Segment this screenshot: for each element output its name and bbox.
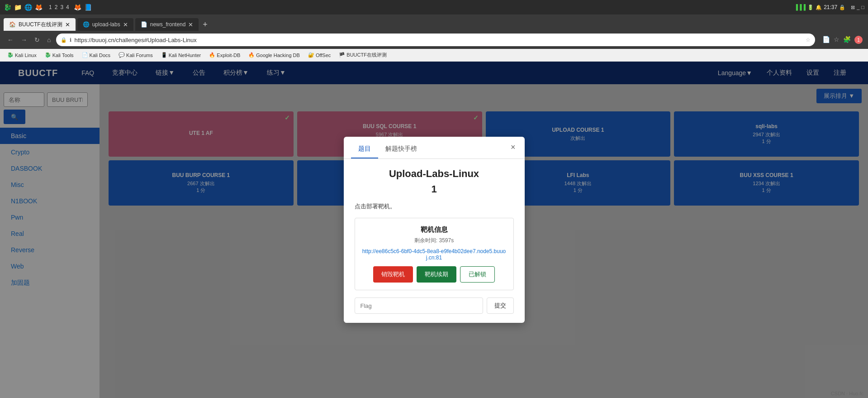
flag-submission-row: 提交 [355,297,514,314]
time-display: 21:37 [824,4,837,10]
window-controls: ▐▐▐ 🔋 🔔 21:37 🔒 ⊠ _ □ [794,4,864,10]
close-win-btn[interactable]: ⊠ [851,5,855,10]
app-icon-extra2[interactable]: 📘 [84,4,92,11]
browser-tabs-bar: 🏠 BUUCTF在线评测 ✕ 🌐 upload-labs ✕ 📄 news_fr… [0,14,868,31]
tab-label-3: news_frontend [150,21,186,28]
bookmark-label: OffSec [316,53,331,58]
target-info-title: 靶机信息 [362,225,506,234]
exploit-db-icon: 🔥 [209,52,215,58]
app-browser-icon[interactable]: 🌐 [24,4,32,11]
minimize-win-btn[interactable]: _ [857,5,859,10]
address-bar: ← → ↻ ⌂ 🔒 ℹ https://buuoj.cn/challenges#… [0,31,868,49]
tab-upload-labs[interactable]: 🌐 upload-labs ✕ [77,18,133,31]
tab-close-2[interactable]: ✕ [123,21,128,28]
unlocked-label: 已解锁 [469,271,486,278]
tab-num-3[interactable]: 3 [60,4,63,10]
destroy-target-button[interactable]: 销毁靶机 [373,266,413,283]
clock-icon: 🔔 [816,5,822,10]
modal-tab-leaderboard-label: 解题快手榜 [385,145,417,152]
app-icon-extra[interactable]: 🦊 [74,4,81,11]
modal-tab-leaderboard[interactable]: 解题快手榜 [378,141,424,158]
tab-num-1[interactable]: 1 [49,4,52,10]
browser-extras: 📄 ☆ 🧩 1 [822,36,863,44]
bookmark-label: Kali Tools [52,53,74,58]
reader-mode-icon[interactable]: 📄 [822,36,830,44]
bookmark-icon[interactable]: ☆ [834,36,840,44]
flag-submit-button[interactable]: 提交 [487,297,514,314]
tab-label-1: BUUCTF在线评测 [19,21,62,29]
modal-header: 题目 解题快手榜 × [344,137,525,159]
battery-icon: 🔋 [807,5,814,10]
unlocked-button[interactable]: 已解锁 [460,266,495,283]
maximize-win-btn[interactable]: □ [861,5,864,10]
bookmark-label: Kali Forums [126,53,153,58]
tab-buuctf[interactable]: 🏠 BUUCTF在线评测 ✕ [4,18,76,31]
bookmark-label: BUUCTF在线评测 [346,52,387,58]
bookmark-google-hacking[interactable]: 🔥 Google Hacking DB [245,51,304,59]
modal-description: 点击部署靶机。 [355,202,514,211]
footer-text: CSDN · Huo.fc [831,391,863,396]
bookmark-buuctf[interactable]: 🏴 BUUCTF在线评测 [335,51,390,59]
tab-close-3[interactable]: ✕ [188,21,193,28]
signal-icon: ▐▐▐ [794,4,806,10]
taskbar-icons: 🐉 📁 🌐 🦊 1 2 3 4 🦊 📘 [4,4,92,11]
target-url-anchor[interactable]: http://ee86c5c6-6bf0-4dc5-8ea8-e9fe4b02d… [362,248,506,261]
submit-label: 提交 [494,302,506,309]
tab-close-1[interactable]: ✕ [65,21,70,28]
kali-linux-icon: 🐉 [7,52,14,58]
url-display[interactable]: https://buuoj.cn/challenges#Upload-Labs-… [74,37,803,43]
bookmark-kali-tools[interactable]: 🐉 Kali Tools [41,51,77,59]
extend-target-button[interactable]: 靶机续期 [417,266,456,283]
kali-forums-icon: 💬 [119,52,125,58]
target-url-text: http://ee86c5c6-6bf0-4dc5-8ea8-e9fe4b02d… [362,248,506,261]
security-lock-icon: 🔒 [61,37,67,43]
tab-label-2: upload-labs [92,21,120,28]
google-hacking-icon: 🔥 [248,52,255,58]
website-content: BUUCTF FAQ 竞赛中心 链接▼ 公告 积分榜▼ 练习▼ Language… [0,62,868,398]
target-url-link[interactable]: http://ee86c5c6-6bf0-4dc5-8ea8-e9fe4b02d… [362,248,506,261]
bookmark-label: Kali NetHunter [169,53,201,58]
tab-favicon-1: 🏠 [9,21,16,28]
modal-close-button[interactable]: × [509,141,517,153]
tab-favicon-2: 🌐 [83,21,90,28]
browser-titlebar: 🐉 📁 🌐 🦊 1 2 3 4 🦊 📘 ▐▐▐ 🔋 🔔 21:37 🔒 ⊠ _ … [0,0,868,14]
star-bookmark-icon[interactable]: ☆ [806,37,811,43]
app-files-icon[interactable]: 📁 [14,4,22,11]
app-firefox-icon[interactable]: 🦊 [35,4,43,11]
bookmarks-bar: 🐉 Kali Linux 🐉 Kali Tools 📄 Kali Docs 💬 … [0,49,868,62]
buuctf-bm-icon: 🏴 [339,52,345,58]
kali-docs-icon: 📄 [82,52,88,58]
tab-favicon-3: 📄 [141,21,147,28]
home-button[interactable]: ⌂ [45,35,52,44]
app-dragon-icon[interactable]: 🐉 [4,4,11,11]
bookmark-kali-forums[interactable]: 💬 Kali Forums [115,51,157,59]
firefox-account-icon[interactable]: 1 [854,36,863,44]
bookmark-kali-docs[interactable]: 📄 Kali Docs [78,51,114,59]
modal-challenge-number: 1 [355,183,514,195]
challenge-detail-modal: 题目 解题快手榜 × Upload-Labs-Linux 1 点击部署靶机。 靶… [344,137,525,323]
bookmark-kali-nethunter[interactable]: 📱 Kali NetHunter [157,51,205,59]
tab-num-4[interactable]: 4 [66,4,69,10]
modal-body: Upload-Labs-Linux 1 点击部署靶机。 靶机信息 剩余时间: 3… [344,159,525,323]
bookmark-label: Google Hacking DB [256,53,300,58]
forward-button[interactable]: → [19,35,29,44]
back-button[interactable]: ← [5,35,15,44]
modal-tab-problem-label: 题目 [358,145,371,152]
bookmark-offsec[interactable]: 🔐 OffSec [304,51,334,59]
bookmark-kali-linux[interactable]: 🐉 Kali Linux [4,51,40,59]
reload-button[interactable]: ↻ [33,35,42,44]
lock-icon: 🔒 [839,5,845,10]
address-input-box[interactable]: 🔒 ℹ https://buuoj.cn/challenges#Upload-L… [56,34,815,46]
modal-overlay: 题目 解题快手榜 × Upload-Labs-Linux 1 点击部署靶机。 靶… [0,62,868,398]
tab-news-frontend[interactable]: 📄 news_frontend ✕ [135,18,199,31]
new-tab-button[interactable]: + [199,18,211,31]
bookmark-exploit-db[interactable]: 🔥 Exploit-DB [205,51,244,59]
tab-num-2[interactable]: 2 [55,4,58,10]
flag-input[interactable] [355,297,483,314]
target-info-box: 靶机信息 剩余时间: 3597s http://ee86c5c6-6bf0-4d… [355,218,514,290]
extensions-icon[interactable]: 🧩 [843,36,851,44]
nethunter-icon: 📱 [161,52,167,58]
footer-credit: CSDN · Huo.fc [831,391,863,396]
extend-label: 靶机续期 [425,271,448,278]
modal-tab-problem[interactable]: 题目 [351,141,378,158]
